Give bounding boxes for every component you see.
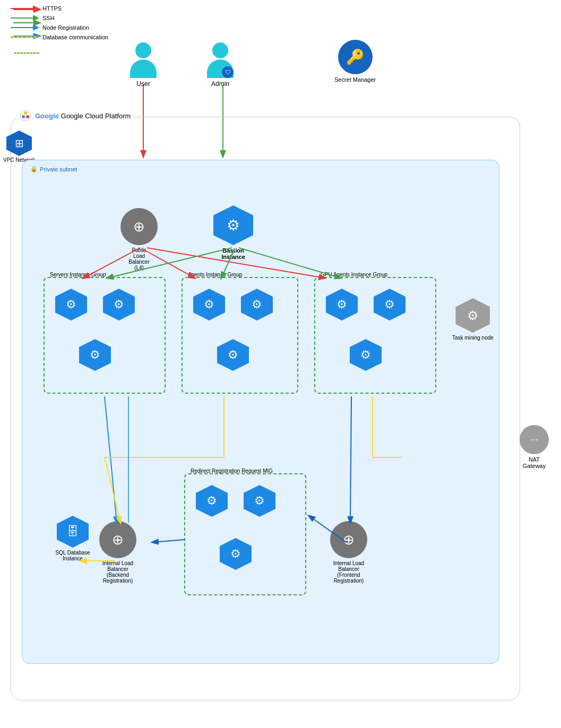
gpu-agent-instance-1: ⚙ xyxy=(326,289,358,320)
svg-line-39 xyxy=(105,396,117,523)
svg-point-32 xyxy=(24,111,27,115)
nat-gateway: ··· NATGateway xyxy=(520,425,549,469)
sql-database: 🗄 SQL Database Instance xyxy=(51,516,94,561)
task-mining-label: Task mining node xyxy=(452,335,494,341)
svg-line-42 xyxy=(105,457,120,523)
diagram-container: HTTPS SSH Node Registration Database com… xyxy=(0,0,561,728)
svg-line-47 xyxy=(152,540,184,542)
public-lb: ⊕ PublicLoadBalancer(L4) xyxy=(120,208,158,271)
task-mining-node: ⚙ Task mining node xyxy=(452,298,494,341)
admin-label: Admin xyxy=(211,80,229,88)
ilb-backend-label: Internal LoadBalancer(BackendRegistratio… xyxy=(102,560,133,584)
server-instance-2: ⚙ xyxy=(103,289,135,320)
server-instance-1: ⚙ xyxy=(55,289,87,320)
server-instance-3: ⚙ xyxy=(79,339,111,371)
redirect-mig: Redirect Registration Request MIG ⚙ ⚙ ⚙ xyxy=(184,473,306,595)
gcp-text-platform: Google Cloud Platform xyxy=(61,112,131,120)
secret-manager-label: Secret Manager xyxy=(334,76,376,83)
bastion-instance: ⚙ BastionInstance xyxy=(213,205,253,260)
gcp-label: Google Google Cloud Platform xyxy=(16,109,133,122)
svg-line-43 xyxy=(350,396,351,523)
agents-instance-group: Agents Instance Group ⚙ ⚙ ⚙ xyxy=(182,277,298,394)
legend-https: HTTPS xyxy=(11,5,108,12)
servers-instance-group: Servers Instance Group ⚙ ⚙ ⚙ xyxy=(44,277,166,394)
public-lb-label: PublicLoadBalancer(L4) xyxy=(128,247,149,271)
admin-icon: 🛡 Admin xyxy=(207,42,234,88)
legend-node-reg-label: Node Registration xyxy=(42,24,89,31)
legend: HTTPS SSH Node Registration Database com… xyxy=(11,5,108,44)
gcp-container: Google Google Cloud Platform ⊞ VPC Netwo… xyxy=(11,117,520,700)
legend-https-label: HTTPS xyxy=(42,5,62,12)
user-icon: User xyxy=(130,42,157,88)
legend-ssh: SSH xyxy=(11,15,108,21)
agent-instance-1: ⚙ xyxy=(193,289,225,320)
svg-point-31 xyxy=(26,115,29,118)
secret-manager: 🔑 Secret Manager xyxy=(334,40,376,83)
private-subnet-label: 🔒 Private subnet xyxy=(30,166,77,172)
private-subnet: 🔒 Private subnet ⊕ PublicLoadBalancer(L4… xyxy=(22,160,499,664)
ilb-frontend-label: Internal LoadBalancer(FrontendRegistrati… xyxy=(333,560,364,584)
agent-instance-3: ⚙ xyxy=(217,339,249,371)
gpu-agents-instance-group: GPU Agents Instance Group ⚙ ⚙ ⚙ xyxy=(314,277,436,394)
bastion-label: BastionInstance xyxy=(221,247,245,260)
gpu-agent-instance-2: ⚙ xyxy=(374,289,405,320)
gcp-logo xyxy=(19,109,32,122)
gpu-agents-group-label: GPU Agents Instance Group xyxy=(321,272,387,278)
user-label: User xyxy=(136,80,150,88)
vpc-network: ⊞ VPC Network xyxy=(3,131,35,163)
sql-db-label: SQL Database Instance xyxy=(51,550,94,561)
redirect-instance-2: ⚙ xyxy=(244,485,275,517)
agents-group-label: Agents Instance Group xyxy=(188,272,242,278)
ilb-backend: ⊕ Internal LoadBalancer(BackendRegistrat… xyxy=(99,521,136,584)
servers-group-label: Servers Instance Group xyxy=(50,272,106,278)
redirect-instance-1: ⚙ xyxy=(196,485,228,517)
legend-node-reg: Node Registration xyxy=(11,24,108,31)
redirect-instance-3: ⚙ xyxy=(220,538,252,570)
ilb-frontend: ⊕ Internal LoadBalancer(FrontendRegistra… xyxy=(330,521,367,584)
legend-db-comm: Database communication xyxy=(11,34,108,40)
svg-point-30 xyxy=(22,115,25,118)
agent-instance-2: ⚙ xyxy=(241,289,273,320)
gpu-agent-instance-3: ⚙ xyxy=(350,339,382,371)
private-subnet-text: Private subnet xyxy=(40,166,77,172)
legend-ssh-label: SSH xyxy=(42,15,55,21)
redirect-mig-label: Redirect Registration Request MIG xyxy=(191,468,273,474)
gcp-text-google: Google xyxy=(35,112,59,120)
legend-db-comm-label: Database communication xyxy=(42,34,108,40)
nat-gateway-label: NATGateway xyxy=(523,456,546,469)
